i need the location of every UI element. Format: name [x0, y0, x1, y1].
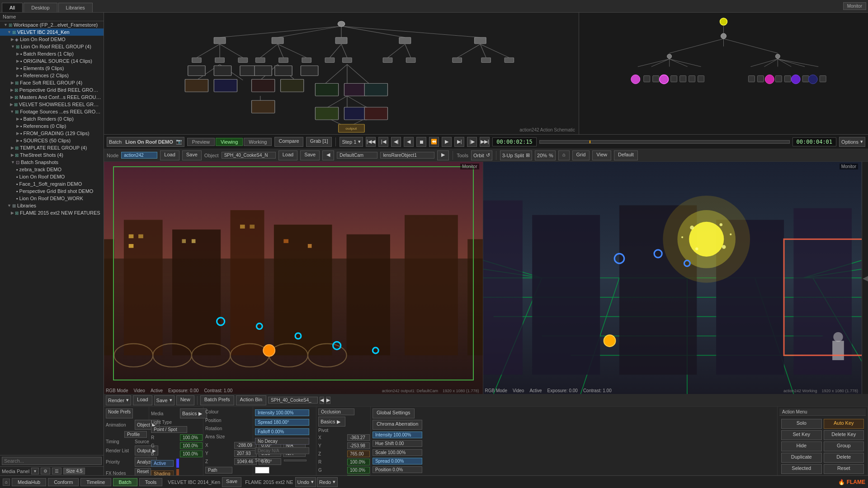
selected-btn[interactable]: Selected [781, 464, 822, 474]
params-new-btn[interactable]: New [176, 395, 194, 405]
hue-shift-value[interactable]: Hue Shift 0.00 [373, 440, 422, 447]
tree-footage[interactable]: ▼ ⊠ Footage Sources ...es REEL GROUP (4) [0, 108, 104, 115]
tree-lion-demo2[interactable]: ▪ Lion On Roof DEMO [0, 173, 104, 180]
color-swatch1[interactable] [255, 467, 269, 474]
occlusion-value[interactable]: Occlusion [318, 408, 354, 415]
compare-btn[interactable]: Compare [274, 137, 303, 147]
tree-perspective[interactable]: ▶ ⊠ Perspective Grid Bird REEL GROUP (6) [0, 86, 104, 94]
set-key-btn[interactable]: Set Key [781, 430, 822, 440]
group-btn[interactable]: Group [824, 441, 864, 451]
pb-stop[interactable]: ⏹ [416, 137, 426, 147]
solo-btn[interactable]: Solo [781, 419, 822, 429]
chroma-btn[interactable]: Chroma Aberration [373, 420, 422, 430]
conform-btn[interactable]: Conform [48, 478, 79, 486]
obj-save-btn[interactable]: Save [300, 150, 320, 160]
mediahub-btn[interactable]: MediaHub [12, 478, 46, 486]
tree-references[interactable]: ▶ ▪ References (2 Clips) [0, 72, 104, 79]
tree-lion-roof-demo[interactable]: ▶ ◈ Lion On Roof DEMO [0, 36, 104, 43]
obj-load-btn[interactable]: Load [278, 150, 297, 160]
profile-value[interactable]: Profile [124, 431, 147, 438]
batch-prefs-btn[interactable]: Batch Prefs [200, 395, 234, 405]
tree-flame-features[interactable]: ▶ ⊠ FLAME 2015 ext2 NEW FEATURES [0, 209, 104, 216]
split-dropdown[interactable]: 3-Up Split ⊞ [500, 150, 532, 160]
position2-value[interactable]: Position 0.0% [373, 466, 422, 473]
spread-deg-value[interactable]: Spread 180.00° [255, 419, 309, 426]
media-panel-settings[interactable]: ⚙ [41, 468, 50, 474]
reset-btn[interactable]: Reset [135, 468, 151, 475]
g-value[interactable]: 100.0% [180, 442, 203, 449]
node-prefs-btn[interactable]: Node Prefs [106, 408, 133, 418]
tree-batch-renders[interactable]: ▶ ▪ Batch Renders (1 Clip) [0, 50, 104, 57]
tree-lion-roof-reel[interactable]: ▼ ⊠ Lion On Roof REEL GROUP (4) [0, 43, 104, 50]
render-dropdown[interactable]: Render ▾ [106, 395, 131, 405]
grab-btn[interactable]: Grab [1] [306, 137, 332, 147]
tree-velvet-ibc[interactable]: ▼ ⊠ VELVET IBC 2014_Ken [0, 28, 104, 36]
tree-face-soft-regrain[interactable]: ▪ Face_1_Soft_regrain DEMO [0, 180, 104, 188]
tree-showreels[interactable]: ▶ ⊠ VELVET SHOWREELS REEL GROUP (3) [0, 101, 104, 108]
shading-value[interactable]: Shading [151, 470, 174, 476]
tree-libraries[interactable]: ▼ ⊞ Libraries [0, 202, 104, 209]
options-dropdown[interactable]: Options ▾ [839, 137, 865, 147]
basics-dropdown[interactable]: Basics ▶ [180, 408, 207, 418]
intensity-value[interactable]: Intensity 100.00% [255, 409, 309, 416]
pb-prev[interactable]: ◀ [404, 137, 414, 147]
right-sidebar[interactable]: ◀ [862, 162, 868, 394]
r-value[interactable]: 100.0% [180, 434, 203, 441]
tree-template[interactable]: ▶ ⊠ TEMPLATE REEL GROUP (4) [0, 144, 104, 151]
col5-r-value[interactable]: 100.0% [347, 459, 370, 465]
pivot-z-value[interactable]: 765.00 [347, 450, 370, 457]
tree-sources[interactable]: ▶ ▪ SOURCES (50 Clips) [0, 137, 104, 144]
pb-next[interactable]: ▶| [454, 137, 464, 147]
pb-play-rev[interactable]: ⏪ [429, 137, 439, 147]
home-btn[interactable]: ⌂ [558, 150, 570, 160]
point-spot-value[interactable]: Point / Spot [151, 426, 187, 433]
active-value[interactable]: Active [151, 460, 174, 467]
timeline-btn[interactable]: Timeline [80, 478, 111, 486]
tree-batch-snapshots[interactable]: ▼ ⊡ Batch Snapshots [0, 159, 104, 166]
tree-from-grading[interactable]: ▶ ▪ FROM_GRADING (129 Clips) [0, 130, 104, 137]
pivot-x-value[interactable]: -363.27 [347, 434, 370, 441]
search-input[interactable] [2, 457, 102, 465]
undo-dropdown[interactable]: Undo ▾ [295, 477, 316, 487]
next-cam-btn[interactable]: ▶ [437, 150, 449, 160]
tree-perspective-bird[interactable]: ▪ Perspective Grid Bird shot DEMO [0, 188, 104, 195]
batch-tab-btn[interactable]: Batch [113, 478, 137, 486]
step-dropdown[interactable]: Step 1 ▾ [340, 137, 363, 147]
pb-to-start[interactable]: |◀◀ [366, 137, 376, 147]
pivot-y-value[interactable]: -253.98 [347, 442, 370, 449]
camera-dropdown[interactable]: SPH_40_CookeS4_ [268, 397, 318, 404]
pb-to-end[interactable]: ▶▶| [480, 137, 490, 147]
time-total[interactable]: 00:00:04:01 [793, 137, 836, 146]
camera-next[interactable]: ▶ [326, 397, 330, 404]
action-bin-btn[interactable]: Action Bin [236, 395, 267, 405]
pb-next-key[interactable]: |▶ [467, 137, 477, 147]
tree-thestreet[interactable]: ▶ ⊠ TheStreet Shots (4) [0, 151, 104, 159]
media-panel-dropdown[interactable]: ▾ [31, 468, 39, 474]
params-save-dropdown[interactable]: Save ▾ [154, 395, 175, 405]
tree-batch-renders2[interactable]: ▶ ▪ Batch Renders (0 Clip) [0, 115, 104, 122]
viewer-right[interactable]: Monitor RGB Mode Video Active Exposure: … [483, 162, 862, 394]
duplicate-btn[interactable]: Duplicate [781, 453, 822, 463]
delete-btn[interactable]: Delete [824, 453, 864, 463]
tree-orig-source[interactable]: ▶ ▪ ORIGINAL SOURCE (14 Clips) [0, 57, 104, 65]
zoom-dropdown[interactable]: 20% % [535, 150, 556, 160]
hide-btn[interactable]: Hide [781, 441, 822, 451]
tree-face-soft[interactable]: ▶ ⊠ Face Soft REEL GROUP (4) [0, 79, 104, 86]
tab-compare[interactable]: Working [244, 138, 272, 146]
scale-value[interactable]: Scale 100.00% [373, 449, 422, 456]
pb-prev-key[interactable]: |◀ [378, 137, 388, 147]
prev-cam-btn[interactable]: ◀ [322, 150, 334, 160]
redo-dropdown[interactable]: Redo ▾ [317, 477, 338, 487]
tree-workspace[interactable]: ▼ ⊞ Workspace (FP_2...elvet_Framestore) [0, 21, 104, 28]
camera-prev[interactable]: ◀ [320, 397, 324, 404]
lensrare-btn[interactable]: lensRareObject1 [380, 152, 434, 159]
tree-elements[interactable]: ▶ ▪ Elements (9 Clips) [0, 65, 104, 72]
grid-btn[interactable]: Grid [572, 150, 590, 160]
basics2-dropdown[interactable]: Basics ▶ [318, 417, 345, 427]
tab-desktop[interactable]: Desktop [24, 3, 57, 12]
pb-play[interactable]: ▶ [442, 137, 452, 147]
default-btn[interactable]: Default [614, 150, 638, 160]
spread-value[interactable]: Spread 0.00% [373, 458, 422, 465]
tab-libraries[interactable]: Libraries [58, 3, 93, 12]
time-current[interactable]: 00:00:02:15 [492, 137, 536, 146]
